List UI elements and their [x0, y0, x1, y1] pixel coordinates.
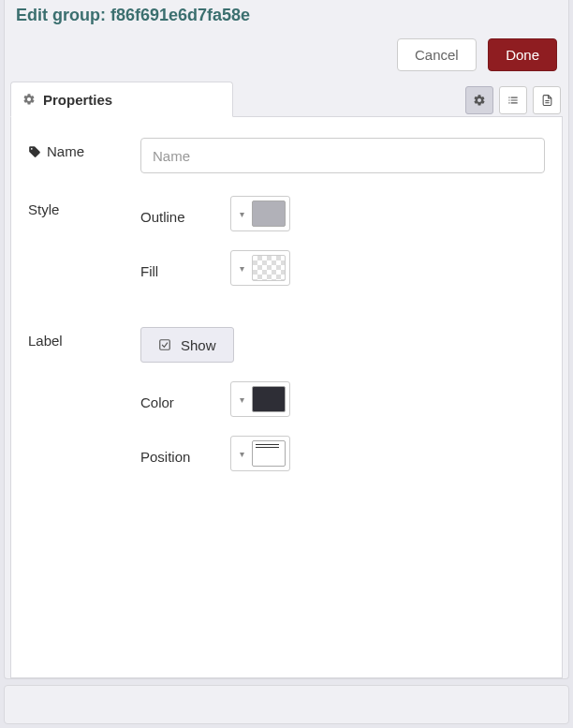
label-color-picker[interactable]: ▾ — [230, 381, 290, 417]
tag-icon — [28, 145, 41, 158]
fill-label: Fill — [140, 258, 230, 279]
gear-icon — [473, 94, 486, 107]
outline-label: Outline — [140, 203, 230, 225]
cancel-button[interactable]: Cancel — [397, 38, 477, 71]
fill-color-swatch — [252, 255, 286, 281]
row-name: Name — [28, 138, 545, 173]
labelgroup-label: Label — [28, 327, 140, 349]
position-label: Position — [140, 443, 230, 465]
row-style: Style Outline ▾ Fill ▾ — [28, 196, 545, 305]
outline-color-swatch — [252, 201, 286, 227]
label-position-picker[interactable]: ▾ — [230, 436, 290, 471]
caret-down-icon: ▾ — [231, 437, 252, 470]
tab-properties-label: Properties — [43, 92, 112, 108]
tab-bar: Properties — [10, 81, 563, 116]
footer-strip — [4, 685, 569, 724]
document-icon — [541, 94, 553, 107]
labelcolor-label: Color — [140, 389, 230, 410]
view-list-button[interactable] — [499, 86, 527, 114]
tab-properties[interactable]: Properties — [10, 82, 233, 117]
view-settings-button[interactable] — [465, 86, 493, 114]
caret-down-icon: ▾ — [231, 382, 252, 416]
view-document-button[interactable] — [533, 86, 561, 114]
list-icon — [507, 94, 520, 107]
action-row: Cancel Done — [5, 38, 568, 81]
caret-down-icon: ▾ — [231, 251, 252, 285]
edit-group-panel: Edit group: f86f691e6d7fa58e Cancel Done… — [4, 0, 569, 679]
done-button[interactable]: Done — [488, 38, 557, 71]
outline-color-picker[interactable]: ▾ — [230, 196, 290, 231]
name-label-text: Name — [47, 143, 84, 159]
page-title: Edit group: f86f691e6d7fa58e — [16, 6, 250, 24]
form-card: Name Style Outline ▾ Fill ▾ — [10, 116, 563, 678]
header-row: Edit group: f86f691e6d7fa58e — [5, 0, 568, 38]
row-label: Label Show Color ▾ — [28, 327, 545, 490]
label-position-swatch — [252, 440, 286, 467]
name-label: Name — [28, 138, 140, 159]
tab-tools — [465, 86, 561, 114]
show-label-toggle[interactable]: Show — [140, 327, 234, 363]
label-color-swatch — [252, 386, 286, 412]
name-input[interactable] — [140, 138, 545, 173]
fill-color-picker[interactable]: ▾ — [230, 250, 290, 286]
svg-rect-2 — [160, 340, 170, 350]
style-label: Style — [28, 196, 140, 217]
show-label-text: Show — [181, 337, 216, 353]
gear-icon — [22, 93, 36, 106]
caret-down-icon: ▾ — [231, 197, 252, 230]
check-icon — [158, 338, 171, 351]
